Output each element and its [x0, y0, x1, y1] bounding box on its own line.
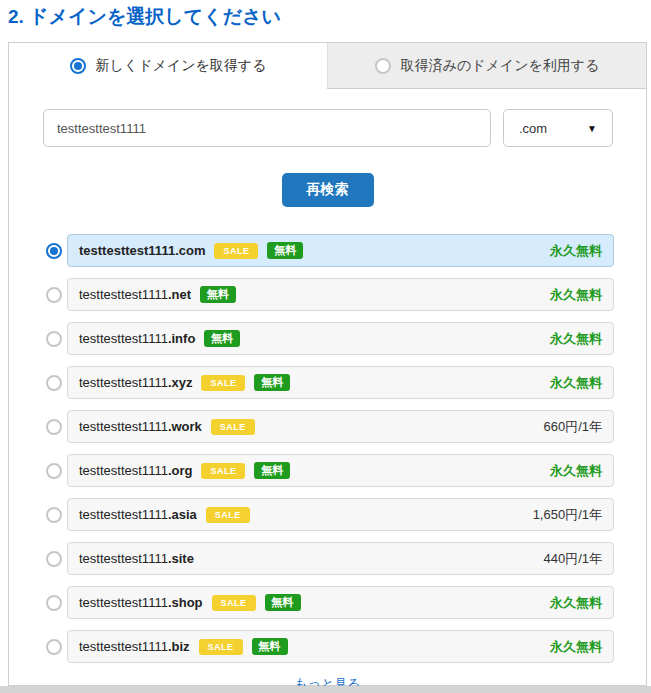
page-background-cutoff: [0, 686, 651, 693]
domain-full-name: testtesttest1111.asia: [79, 507, 197, 522]
tab-use-existing-domain[interactable]: 取得済みのドメインを利用する: [327, 43, 646, 89]
domain-option-box[interactable]: testtesttest1111.site 440円/1年: [67, 542, 614, 575]
domain-name: testtesttest1111: [79, 463, 168, 478]
domain-price: 永久無料: [550, 286, 602, 304]
domain-full-name: testtesttest1111.net: [79, 287, 191, 302]
domain-name: testtesttest1111: [79, 375, 168, 390]
domain-name: testtesttest1111: [79, 639, 168, 654]
domain-radio-button[interactable]: [46, 419, 62, 435]
free-badge: 無料: [254, 374, 290, 391]
domain-search-input[interactable]: [43, 109, 491, 147]
domain-price: 永久無料: [550, 242, 602, 260]
tab-label: 取得済みのドメインを利用する: [401, 57, 600, 75]
domain-price: 永久無料: [550, 462, 602, 480]
domain-option-box[interactable]: testtesttest1111.shop SALE 無料 永久無料: [67, 586, 614, 619]
domain-full-name: testtesttest1111.site: [79, 551, 194, 566]
domain-full-name: testtesttest1111.shop: [79, 595, 203, 610]
domain-row[interactable]: testtesttest1111.org SALE 無料 永久無料: [46, 454, 614, 487]
domain-tld: .xyz: [168, 375, 193, 390]
sale-badge: SALE: [206, 507, 250, 523]
domain-option-box[interactable]: testtesttest1111.biz SALE 無料 永久無料: [67, 630, 614, 663]
domain-name: testtesttest1111: [79, 331, 168, 346]
tab-label: 新しくドメインを取得する: [96, 57, 267, 75]
domain-price: 永久無料: [550, 638, 602, 656]
domain-row[interactable]: testtesttest1111.site 440円/1年: [46, 542, 614, 575]
domain-name: testtesttest1111: [79, 551, 168, 566]
domain-row[interactable]: testtesttest1111.com SALE 無料 永久無料: [46, 234, 614, 267]
domain-radio-button[interactable]: [46, 375, 62, 391]
sale-badge: SALE: [199, 639, 243, 655]
re-search-button[interactable]: 再検索: [282, 173, 374, 207]
domain-row[interactable]: testtesttest1111.shop SALE 無料 永久無料: [46, 586, 614, 619]
tld-dropdown-value: .com: [519, 121, 547, 136]
tld-dropdown[interactable]: .com ▼: [503, 109, 613, 147]
domain-price: 660円/1年: [543, 418, 602, 436]
domain-price: 永久無料: [550, 374, 602, 392]
sale-badge: SALE: [211, 419, 255, 435]
domain-option-box[interactable]: testtesttest1111.work SALE 660円/1年: [67, 410, 614, 443]
domain-full-name: testtesttest1111.info: [79, 331, 195, 346]
domain-name: testtesttest1111: [79, 287, 168, 302]
domain-price: 1,650円/1年: [533, 506, 602, 524]
domain-radio-button[interactable]: [46, 463, 62, 479]
domain-option-box[interactable]: testtesttest1111.org SALE 無料 永久無料: [67, 454, 614, 487]
chevron-down-icon: ▼: [587, 123, 597, 134]
search-row: .com ▼: [43, 109, 613, 147]
radio-unchecked-icon[interactable]: [375, 58, 391, 74]
domain-full-name: testtesttest1111.work: [79, 419, 202, 434]
domain-radio-button[interactable]: [46, 331, 62, 347]
domain-row[interactable]: testtesttest1111.work SALE 660円/1年: [46, 410, 614, 443]
tab-register-new-domain[interactable]: 新しくドメインを取得する: [9, 43, 327, 89]
domain-row[interactable]: testtesttest1111.net 無料 永久無料: [46, 278, 614, 311]
domain-name: testtesttest1111: [79, 507, 168, 522]
domain-full-name: testtesttest1111.biz: [79, 639, 190, 654]
domain-option-box[interactable]: testtesttest1111.asia SALE 1,650円/1年: [67, 498, 614, 531]
sale-badge: SALE: [201, 375, 245, 391]
sale-badge: SALE: [201, 463, 245, 479]
domain-option-box[interactable]: testtesttest1111.xyz SALE 無料 永久無料: [67, 366, 614, 399]
domain-price: 440円/1年: [543, 550, 602, 568]
domain-radio-button[interactable]: [46, 243, 62, 259]
domain-tld: .site: [168, 551, 194, 566]
domain-name: testtesttest1111: [79, 595, 168, 610]
domain-result-list: testtesttest1111.com SALE 無料 永久無料 testte…: [9, 234, 646, 663]
domain-radio-button[interactable]: [46, 639, 62, 655]
domain-name: testtesttest1111: [79, 419, 168, 434]
domain-name: testtesttest1111: [79, 243, 175, 258]
domain-tld: .org: [168, 463, 193, 478]
domain-tld: .asia: [168, 507, 197, 522]
domain-full-name: testtesttest1111.com: [79, 243, 205, 258]
domain-tld: .info: [168, 331, 195, 346]
domain-tld: .biz: [168, 639, 190, 654]
domain-option-box[interactable]: testtesttest1111.com SALE 無料 永久無料: [67, 234, 614, 267]
sale-badge: SALE: [214, 243, 258, 259]
domain-row[interactable]: testtesttest1111.info 無料 永久無料: [46, 322, 614, 355]
domain-price: 永久無料: [550, 594, 602, 612]
domain-radio-button[interactable]: [46, 507, 62, 523]
domain-radio-button[interactable]: [46, 551, 62, 567]
domain-tld: .com: [175, 243, 205, 258]
sale-badge: SALE: [212, 595, 256, 611]
domain-option-box[interactable]: testtesttest1111.net 無料 永久無料: [67, 278, 614, 311]
button-row: 再検索: [9, 173, 646, 205]
domain-tld: .work: [168, 419, 202, 434]
domain-tld: .shop: [168, 595, 203, 610]
tab-bar: 新しくドメインを取得する 取得済みのドメインを利用する: [9, 43, 646, 89]
free-badge: 無料: [265, 594, 301, 611]
domain-full-name: testtesttest1111.org: [79, 463, 192, 478]
free-badge: 無料: [204, 330, 240, 347]
domain-row[interactable]: testtesttest1111.biz SALE 無料 永久無料: [46, 630, 614, 663]
domain-select-panel: 新しくドメインを取得する 取得済みのドメインを利用する .com ▼ 再検索 t…: [8, 42, 647, 686]
domain-row[interactable]: testtesttest1111.asia SALE 1,650円/1年: [46, 498, 614, 531]
domain-radio-button[interactable]: [46, 595, 62, 611]
free-badge: 無料: [267, 242, 303, 259]
free-badge: 無料: [252, 638, 288, 655]
domain-option-box[interactable]: testtesttest1111.info 無料 永久無料: [67, 322, 614, 355]
domain-row[interactable]: testtesttest1111.xyz SALE 無料 永久無料: [46, 366, 614, 399]
domain-radio-button[interactable]: [46, 287, 62, 303]
page-title: 2. ドメインを選択してください: [8, 4, 281, 30]
free-badge: 無料: [254, 462, 290, 479]
domain-tld: .net: [168, 287, 191, 302]
radio-checked-icon[interactable]: [70, 58, 86, 74]
domain-price: 永久無料: [550, 330, 602, 348]
